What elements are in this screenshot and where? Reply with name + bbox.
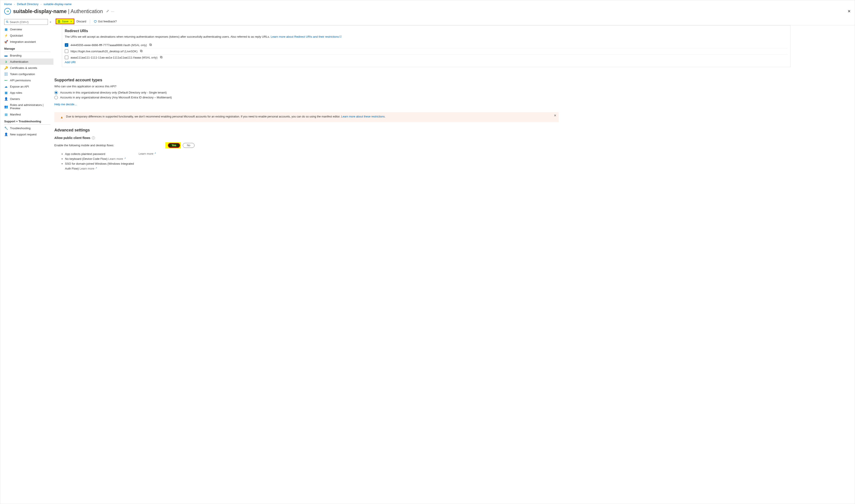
external-link-icon — [124, 158, 126, 160]
nav-app-roles[interactable]: ▦App roles — [0, 90, 53, 96]
external-link-icon — [154, 152, 156, 155]
radio-icon[interactable] — [54, 91, 58, 94]
copy-icon[interactable] — [149, 43, 152, 47]
svg-rect-2 — [150, 44, 151, 45]
grid-icon: ▦ — [4, 28, 8, 31]
sidebar-collapse-icon[interactable]: « — [50, 20, 51, 23]
nav-integration-assistant[interactable]: 🚀Integration assistant — [0, 39, 53, 45]
toggle-yes[interactable]: Yes — [168, 143, 180, 148]
add-uri-link[interactable]: Add URI — [65, 60, 76, 64]
more-icon[interactable]: ··· — [111, 10, 115, 13]
alert-close-icon[interactable]: ✕ — [554, 113, 557, 118]
radio-icon[interactable] — [54, 96, 58, 99]
allow-public-flows-title: Allow public client flowsi — [54, 136, 855, 140]
feedback-button[interactable]: Got feedback? — [92, 19, 119, 24]
branding-icon: ▬ — [4, 54, 8, 57]
discard-button[interactable]: Discard — [75, 19, 88, 24]
nav-expose-api[interactable]: ☁Expose an API — [0, 83, 53, 90]
main-content: Save Discard Got feedback? Redirect URIs… — [53, 18, 855, 178]
page-header: suitable-display-name | Authentication ·… — [0, 7, 855, 18]
info-icon[interactable]: i — [92, 136, 95, 139]
search-input[interactable]: Search (Ctrl+/) — [4, 19, 48, 25]
uri-checkbox[interactable] — [65, 50, 68, 53]
breadcrumb-directory[interactable]: Default Directory — [17, 2, 39, 6]
support-icon: 👤 — [4, 132, 8, 136]
nav-new-support[interactable]: 👤New support request — [0, 131, 53, 138]
nav-roles-admins[interactable]: 👥Roles and administrators | Preview — [0, 102, 53, 111]
discard-x-icon — [70, 20, 72, 23]
save-button[interactable]: Save — [56, 19, 74, 24]
nav-branding[interactable]: ▬Branding — [0, 52, 53, 58]
flow-item: No keyboard (Device Code Flow) Learn mor… — [65, 157, 139, 161]
supported-accounts-heading: Supported account types — [54, 78, 855, 83]
person-icon: 👤 — [4, 97, 8, 101]
svg-rect-5 — [161, 57, 162, 58]
uri-row: aaaa111aa111-1111-11aa-aa1a-1111a11aa111… — [65, 55, 788, 60]
help-me-decide-link[interactable]: Help me decide... — [54, 103, 77, 106]
enable-flows-label: Enable the following mobile and desktop … — [54, 144, 165, 147]
uri-text: https://login.live.com/oauth20_desktop.s… — [71, 50, 138, 53]
key-icon: 🔑 — [4, 66, 8, 70]
auth-icon: ➲ — [4, 60, 8, 64]
search-icon — [6, 20, 9, 23]
external-link-icon — [95, 167, 97, 169]
sidebar: Search (Ctrl+/) « ▦Overview ⚡Quickstart … — [0, 18, 53, 178]
app-icon — [4, 8, 11, 15]
public-flows-toggle[interactable]: Yes No — [165, 142, 194, 148]
uri-row: 44445555-eeee-6666-ffff-7777aaaa8888://a… — [65, 42, 788, 48]
nav-certificates[interactable]: 🔑Certificates & secrets — [0, 65, 53, 71]
nav-troubleshooting[interactable]: 🔧Troubleshooting — [0, 125, 53, 131]
nav-quickstart[interactable]: ⚡Quickstart — [0, 32, 53, 39]
nav-overview[interactable]: ▦Overview — [0, 26, 53, 32]
learn-more-link[interactable]: Learn more — [80, 167, 97, 170]
flow-item: SSO for domain-joined Windows (Windows I… — [65, 161, 139, 171]
breadcrumb-home[interactable]: Home — [4, 2, 12, 6]
api-icon: ⊷ — [4, 78, 8, 82]
uri-text: aaaa111aa111-1111-11aa-aa1a-1111a11aa111… — [71, 56, 157, 59]
page-title: suitable-display-name | Authentication — [13, 8, 103, 14]
nav-owners[interactable]: 👤Owners — [0, 96, 53, 102]
pin-icon[interactable] — [106, 10, 109, 13]
uri-checkbox[interactable] — [65, 43, 68, 47]
breadcrumb: Home › Default Directory › suitable-disp… — [0, 0, 855, 7]
toggle-no[interactable]: No — [183, 143, 194, 148]
uri-text: 44445555-eeee-6666-ffff-7777aaaa8888://a… — [71, 43, 147, 47]
account-option-multi[interactable]: Accounts in any organizational directory… — [54, 95, 855, 100]
nav-token-config[interactable]: ┇┇Token configuration — [0, 71, 53, 77]
manifest-icon: ▤ — [4, 113, 8, 116]
learn-more-side-link[interactable]: Learn more — [139, 151, 156, 171]
divider — [90, 19, 90, 23]
svg-rect-3 — [141, 51, 142, 52]
svg-rect-1 — [150, 44, 152, 46]
redirect-desc: The URIs we will accept as destinations … — [65, 35, 788, 39]
copy-icon[interactable] — [160, 56, 163, 59]
svg-point-0 — [6, 21, 8, 22]
alert-learn-link[interactable]: Learn more about these restrictions. — [341, 115, 385, 118]
close-icon[interactable]: ✕ — [848, 9, 851, 14]
nav-api-permissions[interactable]: ⊷API permissions — [0, 77, 53, 83]
warning-icon: ▲ — [60, 115, 64, 120]
copy-icon[interactable] — [140, 50, 143, 53]
uri-row: https://login.live.com/oauth20_desktop.s… — [65, 48, 788, 55]
breadcrumb-app[interactable]: suitable-display-name — [43, 2, 71, 6]
uri-checkbox[interactable] — [65, 56, 68, 59]
admin-icon: 👥 — [4, 105, 8, 108]
save-icon — [57, 20, 60, 23]
quickstart-icon: ⚡ — [4, 34, 8, 37]
heart-icon — [93, 20, 97, 23]
learn-more-link[interactable]: Learn more — [108, 157, 125, 160]
nav-authentication[interactable]: ➲Authentication — [0, 58, 53, 65]
redirect-title: Redirect URIs — [65, 29, 788, 33]
external-link-icon — [339, 35, 342, 38]
wrench-icon: 🔧 — [4, 126, 8, 130]
warning-alert: ▲ Due to temporary differences in suppor… — [54, 112, 559, 122]
rocket-icon: 🚀 — [4, 40, 8, 43]
roles-icon: ▦ — [4, 91, 8, 94]
advanced-settings-title: Advanced settings — [54, 128, 855, 132]
nav-group-support: Support + Troubleshooting — [4, 118, 50, 125]
cloud-icon: ☁ — [4, 85, 8, 88]
redirect-learn-link[interactable]: Learn more about Redirect URIs and their… — [271, 35, 342, 38]
account-option-single[interactable]: Accounts in this organizational director… — [54, 90, 855, 95]
nav-manifest[interactable]: ▤Manifest — [0, 111, 53, 118]
nav-group-manage: Manage — [4, 45, 50, 52]
